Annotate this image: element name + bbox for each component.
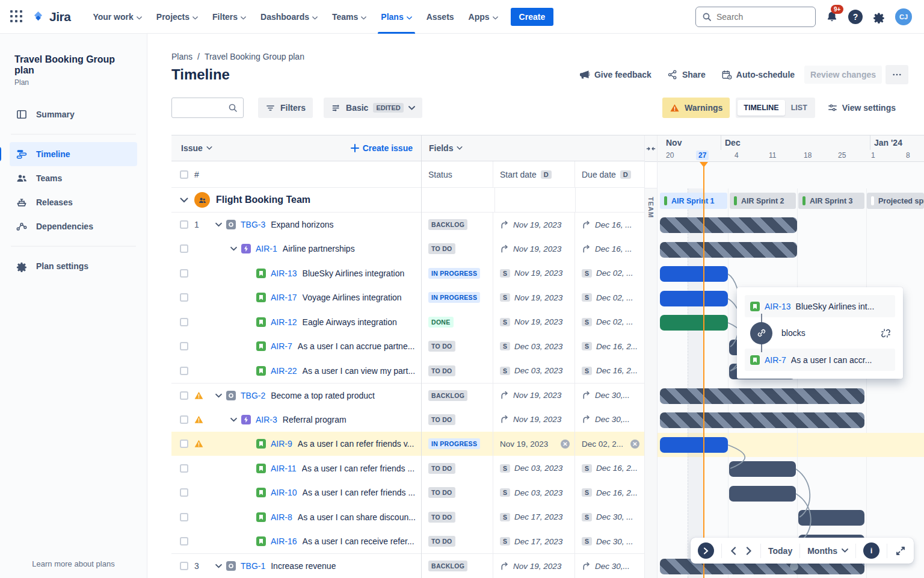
start-date-cell[interactable]: Nov 19, 2023 <box>493 384 575 408</box>
sprint-chip-air-sprint-3[interactable]: AIR Sprint 3 <box>798 193 864 209</box>
chevron-down-icon[interactable] <box>215 393 223 398</box>
due-date-cell[interactable]: SDec 30, ... <box>575 529 644 554</box>
sidebar-item-dependencies[interactable]: Dependencies <box>10 214 137 238</box>
nav-item-your-work[interactable]: Your work <box>86 0 148 34</box>
issue-key[interactable]: TBG-2 <box>241 391 265 400</box>
tooltip-source-key[interactable]: AIR-13 <box>765 302 791 311</box>
sprint-chip-air-sprint-2[interactable]: AIR Sprint 2 <box>730 193 796 209</box>
start-date-column-header[interactable]: Start date <box>500 170 537 179</box>
breadcrumb-plan-name[interactable]: Travel Booking Group plan <box>205 52 304 61</box>
row-checkbox[interactable] <box>180 244 188 253</box>
expand-chevron[interactable] <box>215 393 226 398</box>
start-date-cell[interactable]: SNov 19, 2023 <box>493 261 575 285</box>
status-lozenge[interactable]: IN PROGRESS <box>428 292 480 303</box>
start-date-cell[interactable]: SDec 03, 2023 <box>493 358 575 383</box>
plan-search-field[interactable] <box>171 98 244 118</box>
select-all-checkbox[interactable] <box>180 170 188 179</box>
start-date-cell[interactable]: SDec 17, 2023 <box>493 505 575 529</box>
today-button[interactable]: Today <box>768 546 792 556</box>
issue-key[interactable]: AIR-7 <box>271 341 292 351</box>
auto-schedule-button[interactable]: Auto-schedule <box>715 65 801 84</box>
review-changes-button[interactable]: Review changes <box>804 66 882 84</box>
issue-row-air-9[interactable]: AIR-9As a user I can refer friends v... <box>171 432 421 456</box>
status-lozenge[interactable]: TO DO <box>428 341 455 352</box>
start-date-cell[interactable]: SDec 03, 2023 <box>493 480 575 505</box>
issue-row-tbg-1[interactable]: 3TBG-1Increase revenue <box>171 553 421 578</box>
issue-key[interactable]: AIR-10 <box>271 488 297 497</box>
view-mode-timeline[interactable]: TIMELINE <box>738 100 784 116</box>
issue-key[interactable]: TBG-1 <box>241 561 265 571</box>
issue-row-air-12[interactable]: AIR-12Eagle Airways integration <box>171 309 421 334</box>
status-lozenge[interactable]: TO DO <box>428 536 455 547</box>
issue-row-air-11[interactable]: AIR-11As a user I can refer friends ... <box>171 456 421 480</box>
app-switcher-icon[interactable] <box>10 10 24 24</box>
view-preset-button[interactable]: Basic EDITED <box>324 98 422 118</box>
status-lozenge[interactable]: DONE <box>428 317 454 328</box>
start-date-cell[interactable]: SDec 17, 2023 <box>493 529 575 554</box>
collapse-fields-icon[interactable] <box>646 144 656 154</box>
tooltip-target-key[interactable]: AIR-7 <box>765 355 786 365</box>
issue-key[interactable]: AIR-11 <box>271 464 297 473</box>
due-date-cell[interactable]: Dec 30,... <box>575 554 644 578</box>
due-date-cell[interactable]: SDec 16, 2... <box>575 456 644 480</box>
issue-key[interactable]: AIR-16 <box>271 536 297 546</box>
start-date-cell[interactable]: SDec 03, 2023 <box>493 456 575 480</box>
due-date-cell[interactable]: SDec 30, ... <box>575 505 644 529</box>
expand-chevron[interactable] <box>215 222 226 227</box>
team-group-row[interactable]: Flight Booking Team <box>171 188 421 213</box>
row-checkbox[interactable] <box>180 342 188 350</box>
scroll-right-button[interactable] <box>745 547 753 555</box>
issue-key[interactable]: AIR-17 <box>271 293 297 302</box>
row-checkbox[interactable] <box>180 537 188 545</box>
row-checkbox[interactable] <box>180 513 188 521</box>
row-checkbox[interactable] <box>180 440 188 448</box>
due-date-cell[interactable]: Dec 16, ... <box>575 237 644 261</box>
start-date-cell[interactable]: SDec 03, 2023 <box>493 334 575 359</box>
row-checkbox[interactable] <box>180 488 188 497</box>
issue-row-air-8[interactable]: AIR-8As a user I can share discoun... <box>171 505 421 529</box>
help-button[interactable]: ? <box>848 10 863 24</box>
issue-key[interactable]: AIR-22 <box>271 366 297 376</box>
status-lozenge[interactable]: TO DO <box>428 414 455 425</box>
search-input[interactable] <box>716 12 801 22</box>
create-issue-button[interactable]: Create issue <box>351 143 413 153</box>
start-date-cell[interactable]: Nov 19, 2023 <box>493 554 575 578</box>
create-button[interactable]: Create <box>511 8 554 26</box>
issue-column-header[interactable]: Issue <box>181 143 212 153</box>
nav-item-plans[interactable]: Plans <box>374 0 418 34</box>
issue-key[interactable]: AIR-9 <box>271 439 292 449</box>
gantt-bar-air-9[interactable] <box>660 437 728 453</box>
start-date-cell[interactable]: Nov 19, 2023 <box>493 237 575 261</box>
clear-date-icon[interactable]: ✕ <box>561 440 570 449</box>
sprint-chip-projected-sprint[interactable]: Projected sprint <box>867 193 924 209</box>
due-date-cell[interactable]: SDec 02, ... <box>575 285 644 310</box>
zoom-level-dropdown[interactable]: Months <box>807 546 848 556</box>
settings-button[interactable] <box>872 10 886 23</box>
share-button[interactable]: Share <box>661 65 712 84</box>
row-checkbox[interactable] <box>180 318 188 326</box>
expand-chevron[interactable] <box>215 564 226 568</box>
sprint-chip-air-sprint-1[interactable]: AIR Sprint 1 <box>660 193 727 209</box>
status-lozenge[interactable]: BACKLOG <box>428 219 467 230</box>
start-date-cell[interactable]: Nov 19, 2023 <box>493 407 575 432</box>
start-date-cell[interactable]: SNov 19, 2023 <box>493 285 575 310</box>
due-date-cell[interactable]: SDec 02, ... <box>575 309 644 334</box>
due-date-cell[interactable]: SDec 16, 2... <box>575 480 644 505</box>
status-lozenge[interactable]: BACKLOG <box>428 561 467 571</box>
jira-logo[interactable]: Jira <box>31 10 70 24</box>
issue-row-tbg-3[interactable]: 1TBG-3Expand horizons <box>171 212 421 237</box>
status-lozenge[interactable]: TO DO <box>428 365 455 376</box>
status-lozenge[interactable]: TO DO <box>428 512 455 523</box>
issue-row-air-3[interactable]: AIR-3Referral program <box>171 407 421 432</box>
due-date-cell[interactable]: Dec 30,... <box>575 384 644 408</box>
nav-item-dashboards[interactable]: Dashboards <box>254 0 324 34</box>
learn-more-link[interactable]: Learn more about plans <box>10 559 137 568</box>
scroll-left-button[interactable] <box>729 547 738 555</box>
row-checkbox[interactable] <box>180 220 188 229</box>
issue-row-air-7[interactable]: AIR-7As a user I can accrue partne... <box>171 334 421 359</box>
give-feedback-button[interactable]: Give feedback <box>573 65 658 84</box>
start-date-cell[interactable]: Nov 19, 2023✕ <box>493 432 575 456</box>
gantt-bar-air-11[interactable] <box>729 461 796 477</box>
view-mode-list[interactable]: LIST <box>785 100 813 116</box>
clear-date-icon[interactable]: ✕ <box>630 440 639 449</box>
